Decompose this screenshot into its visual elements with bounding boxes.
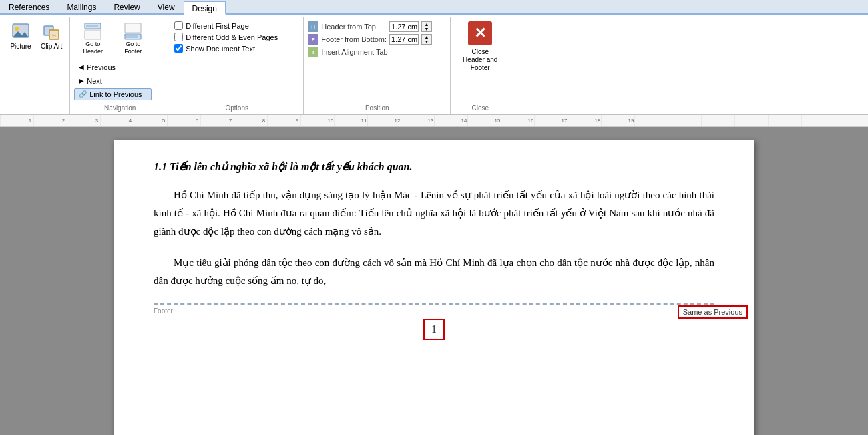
ruler-tick-18: 18 bbox=[581, 118, 614, 124]
ribbon-group-close: ✕ Close Header and Footer Close bbox=[451, 17, 509, 114]
different-first-page-checkbox[interactable] bbox=[174, 21, 183, 30]
different-odd-even-checkbox[interactable] bbox=[174, 33, 183, 41]
ruler-numbers: 1 2 3 4 5 6 7 8 9 10 11 12 13 14 15 16 1… bbox=[13, 115, 868, 126]
ruler: 1 2 3 4 5 6 7 8 9 10 11 12 13 14 15 16 1… bbox=[0, 115, 868, 127]
tab-design[interactable]: Design bbox=[184, 1, 226, 15]
show-document-text-label: Show Document Text bbox=[186, 45, 255, 53]
go-to-header-button[interactable]: Go to Header bbox=[74, 20, 112, 57]
page-number-box: 1 bbox=[423, 319, 445, 340]
header-from-top-icon: H bbox=[308, 21, 318, 32]
different-first-page-option[interactable]: Different First Page bbox=[174, 21, 278, 30]
ruler-tick-13: 13 bbox=[414, 118, 447, 124]
clip-art-icon: ✂ bbox=[41, 21, 62, 43]
ribbon-group-options: Different First Page Different Odd & Eve… bbox=[170, 17, 304, 114]
previous-icon: ◀ bbox=[79, 63, 84, 71]
previous-label: Previous bbox=[87, 63, 116, 71]
ribbon-group-insert: Picture ✂ Clip Art bbox=[3, 17, 70, 114]
position-group-label: Position bbox=[308, 102, 446, 113]
show-document-text-option[interactable]: Show Document Text bbox=[174, 44, 278, 53]
picture-button[interactable]: Picture bbox=[7, 19, 35, 53]
picture-label: Picture bbox=[10, 43, 31, 51]
header-from-top-spinner: ▲ ▼ bbox=[421, 21, 432, 32]
close-header-footer-label: Close Header and Footer bbox=[460, 48, 500, 72]
navigation-group-label: Navigation bbox=[74, 102, 166, 113]
footer-from-bottom-down[interactable]: ▼ bbox=[422, 39, 431, 44]
footer-from-bottom-up[interactable]: ▲ bbox=[422, 35, 431, 39]
footer-label: Footer bbox=[154, 307, 714, 315]
document-page: 1.1 Tiến lên chủ nghĩa xã hội là một tất… bbox=[114, 140, 754, 435]
ruler-tick-9: 9 bbox=[280, 118, 314, 124]
different-first-page-label: Different First Page bbox=[186, 22, 249, 30]
same-as-previous-badge: Same as Previous bbox=[678, 305, 748, 319]
document-paragraph-2: Mục tiêu giải phóng dân tộc theo con đườ… bbox=[154, 254, 714, 290]
svg-rect-7 bbox=[85, 30, 101, 39]
ruler-tick-5: 5 bbox=[147, 118, 180, 124]
footer-from-bottom-input[interactable] bbox=[389, 34, 419, 45]
ruler-tick-3: 3 bbox=[80, 118, 114, 124]
ruler-tick-11: 11 bbox=[347, 118, 381, 124]
ribbon-group-navigation: Go to Header bbox=[70, 17, 170, 114]
tab-review[interactable]: Review bbox=[105, 0, 148, 13]
ruler-tick-2: 2 bbox=[47, 118, 80, 124]
document-area: 1.1 Tiến lên chủ nghĩa xã hội là một tất… bbox=[0, 127, 868, 435]
tab-view[interactable]: View bbox=[149, 0, 184, 13]
insert-alignment-tab-icon: T bbox=[308, 47, 318, 57]
document-title: 1.1 Tiến lên chủ nghĩa xã hội là một tất… bbox=[154, 160, 714, 173]
different-odd-even-option[interactable]: Different Odd & Even Pages bbox=[174, 33, 278, 41]
svg-rect-9 bbox=[125, 23, 141, 33]
go-to-header-icon bbox=[83, 22, 102, 41]
link-to-previous-label: Link to Previous bbox=[89, 90, 142, 98]
ruler-tick-15: 15 bbox=[481, 118, 514, 124]
ruler-tick-16: 16 bbox=[514, 118, 548, 124]
ruler-tick-4: 4 bbox=[114, 118, 147, 124]
ruler-tick-19: 19 bbox=[614, 118, 648, 124]
insert-alignment-tab-label: Insert Alignment Tab bbox=[321, 48, 432, 56]
tab-references[interactable]: References bbox=[0, 0, 58, 13]
close-icon: ✕ bbox=[468, 21, 492, 45]
header-from-top-input[interactable] bbox=[389, 21, 419, 32]
ribbon-group-position: H Header from Top: ▲ ▼ F Footer from Bot… bbox=[304, 17, 451, 114]
svg-rect-11 bbox=[126, 35, 138, 38]
tab-mailings[interactable]: Mailings bbox=[58, 0, 105, 13]
document-paragraph-1: Hồ Chí Minh đã tiếp thu, vận dụng sáng t… bbox=[154, 186, 714, 241]
header-from-top-up[interactable]: ▲ bbox=[422, 22, 431, 27]
options-group-label: Options bbox=[174, 102, 299, 113]
ruler-tick-12: 12 bbox=[381, 118, 414, 124]
ruler-tick-1: 1 bbox=[13, 118, 47, 124]
next-label: Next bbox=[87, 77, 102, 85]
ruler-tick-7: 7 bbox=[214, 118, 247, 124]
go-to-footer-button[interactable]: Go to Footer bbox=[114, 20, 152, 57]
header-from-top-down[interactable]: ▼ bbox=[422, 27, 431, 31]
ruler-tick-8: 8 bbox=[247, 118, 280, 124]
next-icon: ▶ bbox=[79, 77, 84, 84]
ruler-tick-6: 6 bbox=[180, 118, 214, 124]
picture-icon bbox=[10, 21, 31, 43]
ruler-tick-10: 10 bbox=[314, 118, 347, 124]
close-header-footer-button[interactable]: ✕ Close Header and Footer bbox=[455, 19, 505, 75]
svg-text:✂: ✂ bbox=[52, 33, 57, 39]
ruler-tick-17: 17 bbox=[548, 118, 581, 124]
link-to-previous-button[interactable]: 🔗 Link to Previous bbox=[74, 88, 152, 100]
tab-bar: References Mailings Review View Design bbox=[0, 0, 868, 15]
go-to-footer-label: Go to Footer bbox=[116, 41, 150, 55]
svg-point-1 bbox=[15, 27, 19, 31]
next-button[interactable]: ▶ Next bbox=[74, 75, 152, 87]
previous-button[interactable]: ◀ Previous bbox=[74, 61, 152, 74]
clip-art-label: Clip Art bbox=[41, 43, 62, 51]
clip-art-button[interactable]: ✂ Clip Art bbox=[37, 19, 65, 53]
ribbon: Picture ✂ Clip Art bbox=[0, 15, 868, 115]
close-group-label: Close bbox=[471, 102, 489, 113]
footer-from-bottom-icon: F bbox=[308, 34, 318, 45]
show-document-text-checkbox[interactable] bbox=[174, 44, 183, 53]
footer-from-bottom-spinner: ▲ ▼ bbox=[421, 34, 432, 45]
go-to-footer-icon bbox=[124, 22, 142, 41]
footer-area: Footer Same as Previous 1 bbox=[154, 303, 714, 341]
different-odd-even-label: Different Odd & Even Pages bbox=[186, 33, 278, 41]
link-icon: 🔗 bbox=[79, 90, 87, 98]
ruler-tick-14: 14 bbox=[447, 118, 481, 124]
header-from-top-label: Header from Top: bbox=[321, 23, 387, 31]
go-to-header-label: Go to Header bbox=[76, 41, 110, 55]
svg-rect-8 bbox=[86, 25, 98, 27]
footer-from-bottom-label: Footer from Bottom: bbox=[321, 35, 387, 43]
